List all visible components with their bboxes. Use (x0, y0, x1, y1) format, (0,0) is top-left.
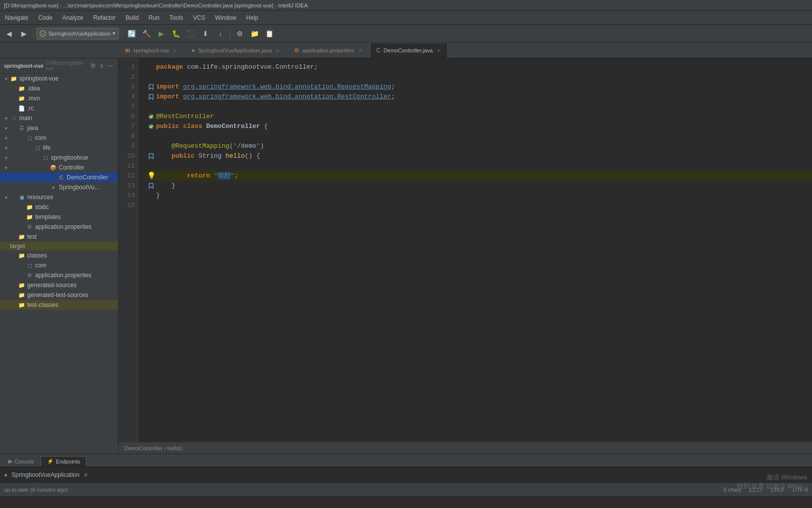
tree-item-democontroller-file[interactable]: C DemoController (0, 172, 118, 182)
menu-window[interactable]: Window (210, 13, 242, 23)
menu-tools[interactable]: Tools (164, 13, 188, 23)
tabs-bar: m springboot-vue ✕ ● SpringbootVueApplic… (0, 42, 812, 58)
code-line-2 (146, 72, 812, 82)
tree-label-idea: .idea (27, 85, 40, 92)
tab-application-properties[interactable]: ⚙ application.properties ✕ (287, 42, 369, 58)
tab-springbootvueapplication[interactable]: ● SpringbootVueApplication.java ✕ (185, 42, 287, 58)
tree-item-springboot-vue[interactable]: ▾ 📁 springboot-vue (0, 74, 118, 84)
tab-close-app-prop[interactable]: ✕ (357, 47, 363, 54)
menu-build[interactable]: Build (121, 13, 144, 23)
code-line-6: @RestController (146, 112, 812, 122)
sidebar-minimize-button[interactable]: — (106, 61, 114, 70)
folder-button[interactable]: 📁 (247, 27, 261, 41)
code-text-13: } (156, 181, 175, 191)
tree-label-gen-src: generated-sources (27, 282, 77, 289)
java-file-icon: C (57, 173, 65, 181)
folder-gen-src-icon: 📁 (18, 281, 26, 289)
tree-label-test-cls: test-classes (27, 301, 58, 308)
bottom-tab-console[interactable]: ▶ Console (2, 456, 41, 466)
sidebar-gear-button[interactable]: ≡ (99, 61, 104, 70)
debug-button[interactable]: 🐛 (169, 27, 183, 41)
bookmark-icon-13 (148, 183, 154, 189)
status-encoding[interactable]: UTF-8 (793, 487, 808, 493)
tree-item-app-prop2[interactable]: ⚙ application.properties (0, 270, 118, 280)
code-area[interactable]: 12345 678910 1112131415 package com.life… (119, 58, 812, 442)
tree-item-idea[interactable]: 📁 .idea (0, 84, 118, 93)
stop-button[interactable]: ⬛ (184, 27, 198, 41)
tree-item-generated-sources[interactable]: 📁 generated-sources (0, 280, 118, 290)
terminal-button[interactable]: 📋 (262, 27, 276, 41)
run-button[interactable]: ▶ (154, 27, 168, 41)
menu-code[interactable]: Code (33, 13, 57, 23)
separator-3 (230, 29, 230, 39)
tree-item-mvn[interactable]: 📁 .mvn (0, 93, 118, 103)
status-position[interactable]: 12:17 (749, 487, 763, 493)
tree-label-controller-pkg: Controller (59, 164, 84, 171)
toolbar: ◀ ▶ SpringbootVueApplication ▾ 🔄 🔨 ▶ 🐛 ⬛… (0, 25, 812, 42)
settings-button[interactable]: ⚙ (233, 27, 246, 41)
tree-item-life[interactable]: ▾ ◻ life (0, 143, 118, 153)
tree-item-gen-test-sources[interactable]: 📁 generated-test-sources (0, 290, 118, 300)
gutter-4 (146, 94, 156, 100)
tree-item-target[interactable]: target (0, 242, 118, 251)
build-button[interactable]: 🔨 (139, 27, 153, 41)
sidebar-settings-button[interactable]: ⚙ (89, 61, 97, 70)
folder-templates-icon: 📁 (26, 213, 34, 221)
code-line-14: } (146, 191, 812, 201)
tree-item-main[interactable]: ▾ □ main (0, 113, 118, 123)
svg-marker-1 (149, 85, 153, 89)
tree-label-life: life (43, 144, 50, 151)
status-line-ending[interactable]: CRLF (771, 487, 785, 493)
more-button[interactable]: ↓ (213, 27, 227, 41)
tree-item-test[interactable]: 📁 test (0, 232, 118, 242)
tree-item-com2[interactable]: ◻ com (0, 260, 118, 270)
tree-item-springbootvue[interactable]: ▾ ◻ springbootvue (0, 153, 118, 163)
gutter-10 (146, 153, 156, 159)
menu-vcs[interactable]: VCS (188, 13, 210, 23)
code-editor[interactable]: package com.life.springbootvue.Controlle… (138, 58, 812, 442)
folder-test-icon: 📁 (18, 233, 26, 241)
code-line-4: import org.springframework.web.bind.anno… (146, 92, 812, 102)
refresh-button[interactable]: 🔄 (124, 27, 138, 41)
tab-app-prop-label: application.properties (302, 47, 354, 53)
gutter-7 (146, 123, 156, 130)
tree-item-java[interactable]: ▾ ☰ java (0, 123, 118, 133)
tree-item-com[interactable]: ▾ ◻ com (0, 133, 118, 143)
tree-item-app-properties[interactable]: ⚙ application.properties (0, 222, 118, 232)
tree-item-rc[interactable]: 📄 .rc (0, 103, 118, 113)
tab-democontroller[interactable]: C DemoController.java ✕ (370, 42, 448, 58)
menu-help[interactable]: Help (241, 13, 263, 23)
tree-item-controller-pkg[interactable]: ▾ 📦 Controller (0, 163, 118, 172)
status-chars[interactable]: 3 chars (723, 487, 741, 493)
tab-close-springbootvue[interactable]: ✕ (275, 47, 281, 54)
tree-label-app-prop2: application.properties (35, 272, 91, 279)
menu-refactor[interactable]: Refactor (88, 13, 121, 23)
code-text-7: public class DemoController { (156, 122, 268, 131)
package-controller-icon: 📦 (49, 164, 57, 171)
menu-analyze[interactable]: Analyze (57, 13, 88, 23)
download-button[interactable]: ⬇ (199, 27, 212, 41)
bottom-tabs: ▶ Console ⚡ Endpoints (0, 454, 812, 467)
forward-button[interactable]: ▶ (17, 27, 31, 41)
tab-close-democontroller[interactable]: ✕ (436, 47, 442, 54)
tree-item-static[interactable]: 📁 static (0, 202, 118, 212)
tab-springboot-vue[interactable]: m springboot-vue ✕ (119, 42, 184, 58)
tree-label-target: target (10, 243, 25, 250)
bottom-tab-endpoints[interactable]: ⚡ Endpoints (41, 456, 86, 466)
run-config-dropdown[interactable]: SpringbootVueApplication ▾ (36, 28, 119, 40)
back-button[interactable]: ◀ (2, 27, 16, 41)
menu-run[interactable]: Run (144, 13, 164, 23)
tree-item-springbootvu[interactable]: ● SpringbootVu... (0, 182, 118, 192)
tab-close-springboot-vue[interactable]: ✕ (172, 47, 178, 54)
menu-navigate[interactable]: Navigate (0, 13, 33, 23)
code-line-5 (146, 102, 812, 112)
tree-label-app-prop: application.properties (35, 223, 91, 230)
gutter-bulb-12[interactable]: 💡 (146, 171, 156, 181)
tree-item-templates[interactable]: 📁 templates (0, 212, 118, 222)
tree-item-classes[interactable]: 📁 classes (0, 251, 118, 260)
tree-item-resources[interactable]: ▾ ◼ resources (0, 192, 118, 202)
tree-arrow-life: ▾ (2, 145, 10, 151)
run-tab-close[interactable]: ✕ (83, 472, 88, 478)
editor-breadcrumb: DemoController › hello() (119, 442, 812, 454)
tree-item-test-classes[interactable]: 📁 test-classes (0, 300, 118, 310)
